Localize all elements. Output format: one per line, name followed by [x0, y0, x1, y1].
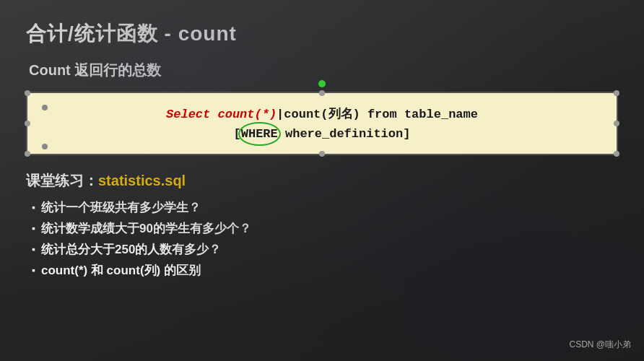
list-item-text: count(*) 和 count(列) 的区别 [41, 262, 201, 279]
practice-title-prefix: 课堂练习： [26, 173, 98, 188]
dot-ml [25, 121, 30, 126]
list-item-text: 统计总分大于250的人数有多少？ [41, 241, 221, 258]
bullet-icon: ▪ [32, 201, 35, 213]
practice-list: ▪ 统计一个班级共有多少学生？ ▪ 统计数学成绩大于90的学生有多少个？ ▪ 统… [26, 199, 618, 279]
slide: 合计/统计函数 - count Count 返回行的总数 Select coun… [0, 0, 644, 361]
list-item: ▪ 统计总分大于250的人数有多少？ [32, 241, 618, 258]
dot-mr [614, 121, 619, 126]
practice-filename: statistics.sql [98, 173, 186, 188]
code-line-1: Select count(*)|count(列名) from table_nam… [42, 105, 602, 124]
bullet-icon: ▪ [32, 222, 35, 234]
code-where-def: where_definition] [278, 127, 411, 141]
subtitle: Count 返回行的总数 [29, 61, 618, 80]
code-select-keyword: Select count(*) [166, 108, 277, 121]
code-line-2: [WHERE where_definition] [42, 124, 602, 144]
dot-tm [319, 90, 325, 96]
dot-tr [614, 90, 619, 96]
code-where-keyword: WHERE [241, 124, 278, 144]
dot-bm [319, 151, 325, 157]
bullet-icon: ▪ [32, 243, 35, 255]
practice-title: 课堂练习：statistics.sql [26, 171, 618, 191]
cursor-dot [318, 80, 326, 87]
list-item-text: 统计一个班级共有多少学生？ [41, 199, 201, 216]
watermark: CSDN @嗤小弟 [569, 339, 631, 351]
list-item: ▪ 统计数学成绩大于90的学生有多少个？ [32, 220, 618, 237]
list-item: ▪ count(*) 和 count(列) 的区别 [32, 262, 618, 279]
main-title: 合计/统计函数 - count [26, 20, 618, 48]
bullet-icon: ▪ [32, 264, 35, 276]
code-pipe: | [277, 108, 284, 121]
dot-bl [25, 151, 30, 157]
dot-br [614, 151, 619, 157]
list-item-text: 统计数学成绩大于90的学生有多少个？ [41, 220, 251, 237]
list-item: ▪ 统计一个班级共有多少学生？ [32, 199, 618, 216]
code-count-col: count(列名) from table_name [284, 108, 478, 121]
code-box: Select count(*)|count(列名) from table_nam… [26, 92, 618, 155]
dot-tl [25, 90, 30, 96]
